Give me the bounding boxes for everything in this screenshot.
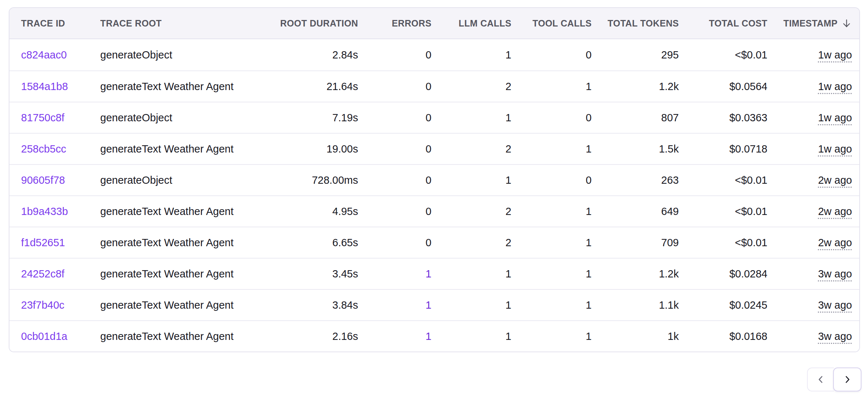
column-header-root-duration[interactable]: Root Duration — [256, 18, 358, 29]
tool-calls-cell: 1 — [511, 143, 592, 155]
llm-calls-cell: 2 — [431, 81, 511, 93]
root-duration-cell: 7.19s — [256, 112, 358, 124]
tool-calls-cell: 0 — [511, 112, 592, 124]
trace-root-cell: generateText Weather Agent — [100, 237, 256, 249]
trace-root-cell: generateText Weather Agent — [100, 330, 256, 342]
table-row[interactable]: 0cb01d1a generateText Weather Agent 2.16… — [9, 320, 859, 352]
chevron-right-icon — [842, 374, 853, 385]
timestamp-value[interactable]: 3w ago — [818, 268, 852, 280]
column-header-llm-calls[interactable]: LLM Calls — [431, 18, 511, 29]
trace-id-link[interactable]: 0cb01d1a — [21, 330, 67, 342]
trace-id-link[interactable]: 23f7b40c — [21, 299, 64, 311]
table-row[interactable]: c824aac0 generateObject 2.84s 0 1 0 295 … — [9, 39, 859, 70]
total-tokens-cell: 1.5k — [592, 143, 679, 155]
root-duration-cell: 3.45s — [256, 268, 358, 280]
trace-root-cell: generateText Weather Agent — [100, 299, 256, 311]
root-duration-cell: 21.64s — [256, 81, 358, 93]
total-cost-cell: <$0.01 — [679, 49, 767, 61]
column-header-errors[interactable]: Errors — [358, 18, 431, 29]
timestamp-value[interactable]: 1w ago — [818, 49, 852, 61]
errors-cell: 1 — [358, 330, 431, 342]
root-duration-cell: 2.84s — [256, 49, 358, 61]
total-cost-cell: $0.0168 — [679, 330, 767, 342]
trace-id-link[interactable]: f1d52651 — [21, 237, 65, 248]
trace-root-cell: generateText Weather Agent — [100, 206, 256, 218]
total-cost-cell: $0.0363 — [679, 112, 767, 124]
llm-calls-cell: 1 — [431, 299, 511, 311]
total-cost-cell: $0.0564 — [679, 81, 767, 93]
next-page-button[interactable] — [833, 367, 861, 391]
table-row[interactable]: 23f7b40c generateText Weather Agent 3.84… — [9, 289, 859, 320]
timestamp-value[interactable]: 1w ago — [818, 81, 852, 92]
total-tokens-cell: 1.2k — [592, 81, 679, 93]
total-tokens-cell: 709 — [592, 237, 679, 249]
total-tokens-cell: 295 — [592, 49, 679, 61]
column-header-tool-calls[interactable]: Tool Calls — [511, 18, 592, 29]
traces-table: Trace ID Trace Root Root Duration Errors… — [9, 7, 860, 352]
timestamp-value[interactable]: 3w ago — [818, 330, 852, 342]
llm-calls-cell: 2 — [431, 206, 511, 218]
trace-id-link[interactable]: 81750c8f — [21, 112, 64, 123]
root-duration-cell: 19.00s — [256, 143, 358, 155]
table-body: c824aac0 generateObject 2.84s 0 1 0 295 … — [9, 39, 859, 352]
llm-calls-cell: 1 — [431, 112, 511, 124]
prev-page-button[interactable] — [807, 367, 834, 391]
errors-cell: 0 — [358, 174, 431, 186]
timestamp-value[interactable]: 1w ago — [818, 143, 852, 155]
tool-calls-cell: 1 — [511, 206, 592, 218]
trace-id-link[interactable]: c824aac0 — [21, 49, 67, 61]
total-tokens-cell: 263 — [592, 174, 679, 186]
total-tokens-cell: 807 — [592, 112, 679, 124]
errors-cell: 1 — [358, 268, 431, 280]
table-row[interactable]: 81750c8f generateObject 7.19s 0 1 0 807 … — [9, 102, 859, 133]
tool-calls-cell: 0 — [511, 49, 592, 61]
trace-id-link[interactable]: 1584a1b8 — [21, 81, 68, 92]
errors-cell: 0 — [358, 237, 431, 249]
root-duration-cell: 728.00ms — [256, 174, 358, 186]
tool-calls-cell: 1 — [511, 81, 592, 93]
chevron-left-icon — [815, 374, 826, 385]
total-cost-cell: $0.0245 — [679, 299, 767, 311]
trace-id-link[interactable]: 258cb5cc — [21, 143, 66, 155]
total-cost-cell: <$0.01 — [679, 206, 767, 218]
table-row[interactable]: f1d52651 generateText Weather Agent 6.65… — [9, 227, 859, 258]
total-tokens-cell: 1.1k — [592, 299, 679, 311]
trace-root-cell: generateText Weather Agent — [100, 81, 256, 93]
llm-calls-cell: 2 — [431, 143, 511, 155]
errors-cell: 1 — [358, 299, 431, 311]
tool-calls-cell: 1 — [511, 299, 592, 311]
errors-cell: 0 — [358, 143, 431, 155]
sort-descending-arrow-down-icon — [841, 18, 852, 29]
column-header-timestamp[interactable]: Timestamp — [767, 18, 859, 29]
column-header-total-tokens[interactable]: Total Tokens — [592, 18, 679, 29]
timestamp-value[interactable]: 2w ago — [818, 174, 852, 186]
trace-id-link[interactable]: 1b9a433b — [21, 206, 68, 217]
table-header-row: Trace ID Trace Root Root Duration Errors… — [9, 8, 859, 39]
table-row[interactable]: 1b9a433b generateText Weather Agent 4.95… — [9, 195, 859, 227]
root-duration-cell: 2.16s — [256, 330, 358, 342]
table-row[interactable]: 258cb5cc generateText Weather Agent 19.0… — [9, 133, 859, 164]
trace-id-link[interactable]: 90605f78 — [21, 174, 65, 186]
errors-cell: 0 — [358, 81, 431, 93]
llm-calls-cell: 2 — [431, 237, 511, 249]
timestamp-value[interactable]: 3w ago — [818, 299, 852, 311]
table-row[interactable]: 90605f78 generateObject 728.00ms 0 1 0 2… — [9, 164, 859, 195]
table-row[interactable]: 24252c8f generateText Weather Agent 3.45… — [9, 258, 859, 289]
total-cost-cell: <$0.01 — [679, 237, 767, 249]
errors-cell: 0 — [358, 112, 431, 124]
pagination — [807, 367, 861, 391]
column-header-total-cost[interactable]: Total Cost — [679, 18, 767, 29]
traces-page: Trace ID Trace Root Root Duration Errors… — [0, 0, 868, 398]
timestamp-value[interactable]: 1w ago — [818, 112, 852, 123]
llm-calls-cell: 1 — [431, 174, 511, 186]
column-header-trace-root[interactable]: Trace Root — [100, 18, 256, 29]
root-duration-cell: 3.84s — [256, 299, 358, 311]
column-header-trace-id[interactable]: Trace ID — [9, 18, 100, 29]
root-duration-cell: 4.95s — [256, 206, 358, 218]
tool-calls-cell: 1 — [511, 237, 592, 249]
tool-calls-cell: 1 — [511, 268, 592, 280]
timestamp-value[interactable]: 2w ago — [818, 237, 852, 248]
timestamp-value[interactable]: 2w ago — [818, 206, 852, 217]
trace-id-link[interactable]: 24252c8f — [21, 268, 64, 280]
table-row[interactable]: 1584a1b8 generateText Weather Agent 21.6… — [9, 70, 859, 102]
